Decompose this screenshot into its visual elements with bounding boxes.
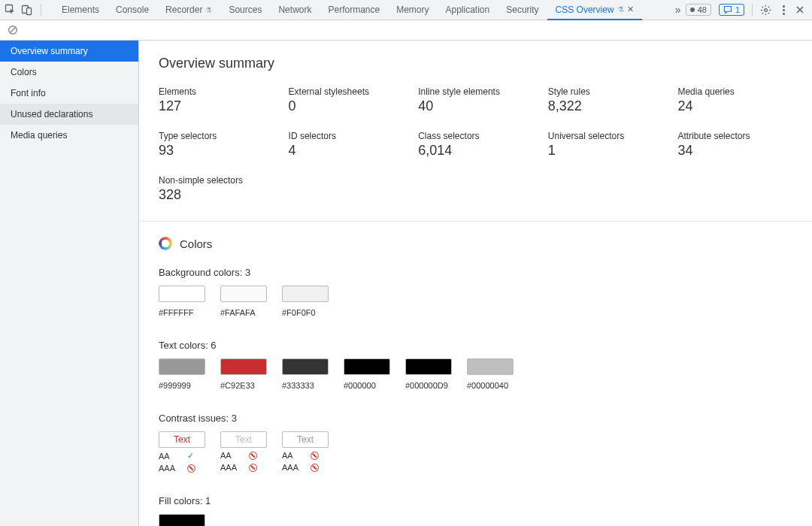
contrast-aa-row: AA <box>220 451 267 460</box>
color-hex-label: #999999 <box>159 381 205 390</box>
stat-value: 6,014 <box>418 143 533 159</box>
tab-label: CSS Overview <box>556 5 614 15</box>
stat-value: 93 <box>159 143 274 159</box>
clear-icon[interactable] <box>8 25 18 35</box>
more-tabs-icon[interactable]: » <box>671 4 686 16</box>
tab-label: Sources <box>229 5 262 15</box>
tab-security[interactable]: Security <box>498 0 547 20</box>
color-swatch[interactable]: #000000 <box>159 514 205 526</box>
contrast-level-label: AAA <box>159 464 177 473</box>
color-ring-icon <box>159 237 172 250</box>
color-swatch[interactable]: #000000 <box>344 358 390 390</box>
contrast-chip: Text <box>159 431 205 448</box>
stat-label: Universal selectors <box>548 131 663 141</box>
panel-toolbar <box>0 20 812 41</box>
message-count-badge[interactable]: 1 <box>719 4 744 16</box>
color-swatch[interactable]: #C92E33 <box>220 358 267 390</box>
color-swatch[interactable]: #000000D9 <box>405 358 452 390</box>
colors-heading: Colors <box>180 237 212 250</box>
sidebar-item-font-info[interactable]: Font info <box>0 83 138 104</box>
devtools-tabbar: ElementsConsoleRecorder⚗SourcesNetworkPe… <box>0 0 812 20</box>
stat-id-selectors: ID selectors4 <box>289 131 404 159</box>
color-swatch[interactable]: #00000040 <box>467 358 514 390</box>
contrast-chip: Text <box>282 431 329 448</box>
contrast-level-label: AA <box>159 452 177 461</box>
divider <box>752 4 753 16</box>
tab-label: Recorder <box>165 5 202 15</box>
tab-label: Console <box>116 5 149 15</box>
tab-label: Application <box>446 5 490 15</box>
color-hex-label: #000000 <box>344 381 390 390</box>
color-hex-label: #000000D9 <box>405 381 452 390</box>
color-swatch[interactable]: #FFFFFF <box>159 286 205 317</box>
color-chip <box>159 286 205 302</box>
stat-label: Inline style elements <box>418 86 533 97</box>
device-toolbar-icon[interactable] <box>21 4 33 16</box>
stat-class-selectors: Class selectors6,014 <box>418 131 533 159</box>
stat-elements: Elements127 <box>159 86 274 114</box>
color-hex-label: #FAFAFA <box>220 308 267 317</box>
text-colors-label: Text colors: 6 <box>159 340 792 351</box>
gear-icon[interactable] <box>760 5 771 16</box>
contrast-label: Contrast issues: 3 <box>159 413 792 424</box>
tab-sources[interactable]: Sources <box>220 0 270 20</box>
stat-value: 40 <box>418 98 533 114</box>
color-swatch[interactable]: #999999 <box>159 358 205 390</box>
error-count-badge[interactable]: 48 <box>686 4 711 16</box>
sidebar-item-media-queries[interactable]: Media queries <box>0 125 138 146</box>
tab-network[interactable]: Network <box>270 0 320 20</box>
stat-value: 8,322 <box>548 98 663 114</box>
tab-label: Security <box>506 5 538 15</box>
stat-label: Media queries <box>677 86 792 97</box>
tab-close-icon[interactable]: ✕ <box>627 5 634 14</box>
tab-label: Elements <box>62 5 99 15</box>
no-icon <box>187 464 195 473</box>
stat-type-selectors: Type selectors93 <box>159 131 274 159</box>
stat-label: Non-simple selectors <box>159 175 274 186</box>
contrast-chip: Text <box>220 431 267 448</box>
stat-label: Type selectors <box>159 131 274 141</box>
tab-css-overview[interactable]: CSS Overview⚗✕ <box>547 0 642 20</box>
page-title: Overview summary <box>159 56 792 71</box>
tab-console[interactable]: Console <box>108 0 157 20</box>
color-swatch[interactable]: #FAFAFA <box>220 286 267 317</box>
inspect-icon[interactable] <box>5 4 17 16</box>
tab-memory[interactable]: Memory <box>388 0 437 20</box>
stat-inline-style-elements: Inline style elements40 <box>418 86 533 114</box>
contrast-aaa-row: AAA <box>220 463 267 472</box>
contrast-item[interactable]: TextAAAAA <box>220 431 267 473</box>
close-icon[interactable] <box>795 5 804 14</box>
contrast-level-label: AA <box>220 451 238 460</box>
sidebar-item-overview-summary[interactable]: Overview summary <box>0 41 138 62</box>
kebab-menu-icon[interactable] <box>779 4 788 16</box>
dot-icon <box>690 8 695 12</box>
contrast-aaa-row: AAA <box>159 464 205 473</box>
tab-performance[interactable]: Performance <box>320 0 388 20</box>
tab-label: Network <box>278 5 311 15</box>
error-count: 48 <box>698 5 707 14</box>
color-hex-label: #C92E33 <box>220 381 267 390</box>
contrast-item[interactable]: TextAA✓AAA <box>159 431 205 473</box>
color-swatch[interactable]: #F0F0F0 <box>282 286 329 317</box>
tab-label: Performance <box>328 5 380 15</box>
tab-label: Memory <box>396 5 429 15</box>
no-icon <box>249 464 257 472</box>
color-chip <box>282 286 329 302</box>
stat-value: 24 <box>677 98 792 114</box>
tab-application[interactable]: Application <box>438 0 498 20</box>
contrast-item[interactable]: TextAAAAA <box>282 431 329 473</box>
stat-value: 328 <box>159 187 274 203</box>
tab-elements[interactable]: Elements <box>53 0 108 20</box>
contrast-aa-row: AA✓ <box>159 451 205 461</box>
overview-section: Overview summary Elements127External sty… <box>139 41 812 222</box>
color-chip <box>159 514 205 526</box>
sidebar-item-colors[interactable]: Colors <box>0 62 138 83</box>
tab-recorder[interactable]: Recorder⚗ <box>157 0 220 20</box>
color-swatch[interactable]: #333333 <box>282 358 329 390</box>
flask-icon: ⚗ <box>617 5 624 14</box>
fill-colors-label: Fill colors: 1 <box>159 495 792 506</box>
stat-media-queries: Media queries24 <box>677 86 792 114</box>
sidebar-item-unused-declarations[interactable]: Unused declarations <box>0 104 138 125</box>
stat-label: Class selectors <box>418 131 533 141</box>
contrast-level-label: AA <box>282 451 300 460</box>
